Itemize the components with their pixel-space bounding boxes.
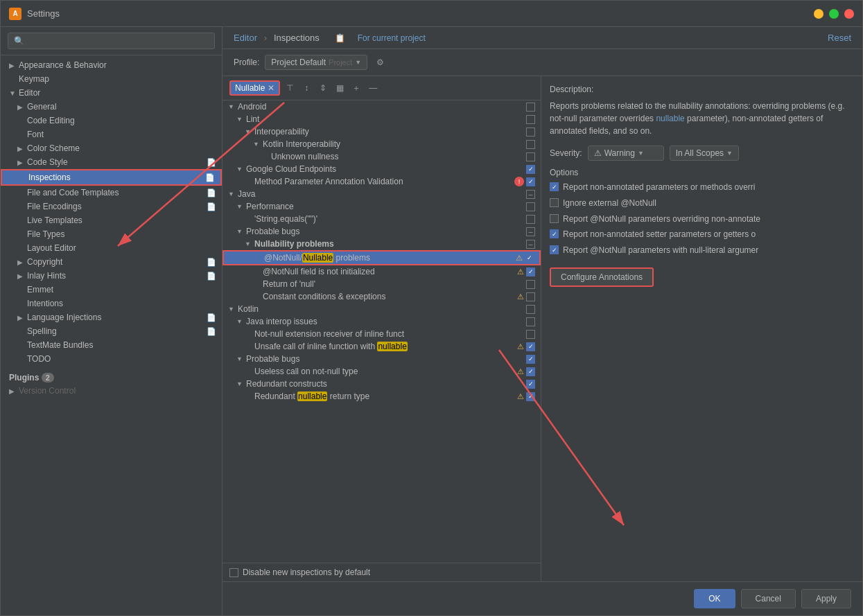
sidebar-item-editor[interactable]: ▼ Editor <box>1 86 222 100</box>
checkbox-java[interactable]: – <box>526 190 535 199</box>
checkbox-kotlin-interop[interactable] <box>526 140 535 149</box>
maximize-button[interactable] <box>829 9 839 19</box>
checkbox-redundant[interactable]: ✓ <box>526 380 535 389</box>
insp-item-const-cond[interactable]: Constant conditions & exceptions ⚠ <box>223 290 541 303</box>
for-project-link[interactable]: For current project <box>358 33 426 43</box>
opt5-checkbox[interactable]: ✓ <box>550 245 559 254</box>
profile-select[interactable]: Project Default Project ▼ <box>265 55 367 70</box>
checkbox-gce[interactable]: ✓ <box>526 165 535 174</box>
insp-item-kotlin-interop[interactable]: ▼ Kotlin Interoperability <box>223 138 541 150</box>
insp-item-not-null-ext[interactable]: Not-null extension receiver of inline fu… <box>223 328 541 340</box>
checkbox-interop[interactable] <box>526 127 535 137</box>
insp-item-method-param[interactable]: Method Parameter Annotation Validation !… <box>223 175 541 188</box>
checkbox-redundant-nullable[interactable]: ✓ <box>526 392 535 401</box>
reset-button[interactable]: Reset <box>828 33 851 43</box>
sidebar-item-textmate[interactable]: TextMate Bundles <box>1 338 222 352</box>
insp-item-interop[interactable]: ▼ Interoperability <box>223 125 541 138</box>
checkbox-string-equals[interactable] <box>526 215 535 224</box>
checkbox-method-param[interactable]: ✓ <box>526 177 535 186</box>
main-area: Editor › Inspections 📋 For current proje… <box>223 27 862 615</box>
collapse-all-icon[interactable]: ⇕ <box>316 81 330 95</box>
checkbox-kotlin[interactable] <box>526 305 535 314</box>
sidebar-item-color-scheme[interactable]: ▶ Color Scheme <box>1 141 222 155</box>
apply-button[interactable]: Apply <box>801 589 851 608</box>
checkbox-lint[interactable] <box>526 115 535 124</box>
insp-item-gce[interactable]: ▼ Google Cloud Endpoints ✓ <box>223 163 541 175</box>
opt3-checkbox[interactable] <box>550 214 559 223</box>
sidebar-item-file-types[interactable]: File Types <box>1 227 222 241</box>
close-button[interactable] <box>844 9 854 19</box>
checkbox-not-null-ext[interactable] <box>526 330 535 339</box>
checkbox-useless-call[interactable]: ✓ <box>526 367 535 376</box>
insp-item-kotlin[interactable]: ▼ Kotlin <box>223 303 541 315</box>
sidebar-item-code-style[interactable]: ▶ Code Style 📄 <box>1 155 222 169</box>
sidebar-item-keymap[interactable]: Keymap <box>1 72 222 86</box>
expand-all-icon[interactable]: ↕ <box>299 81 313 95</box>
sidebar-item-intentions[interactable]: Intentions <box>1 297 222 310</box>
severity-select[interactable]: ⚠ Warning ▼ <box>588 146 664 161</box>
disable-new-checkbox[interactable] <box>229 568 238 577</box>
checkbox-notnull[interactable]: ✓ <box>525 254 534 263</box>
sidebar-item-lang-injections[interactable]: ▶ Language Injections 📄 <box>1 310 222 324</box>
cancel-button[interactable]: Cancel <box>741 589 796 608</box>
sidebar-item-general[interactable]: ▶ General <box>1 100 222 114</box>
sidebar-item-layout-editor[interactable]: Layout Editor <box>1 241 222 255</box>
insp-item-lint[interactable]: ▼ Lint <box>223 113 541 125</box>
checkbox-kotlin-prob[interactable]: ✓ <box>526 355 535 364</box>
sidebar-item-file-templates[interactable]: File and Code Templates 📄 <box>1 186 222 200</box>
insp-item-nullability[interactable]: ▼ Nullability problems – <box>223 238 541 250</box>
sidebar-item-live-templates[interactable]: Live Templates <box>1 213 222 227</box>
checkbox-unknown-null[interactable] <box>526 152 535 161</box>
insp-item-probable-bugs[interactable]: ▼ Probable bugs – <box>223 225 541 238</box>
checkbox-const-cond[interactable] <box>526 292 535 301</box>
scope-select[interactable]: In All Scopes ▼ <box>670 146 739 161</box>
checkbox-notnull-init[interactable]: ✓ <box>526 267 535 276</box>
insp-item-java-interop[interactable]: ▼ Java interop issues <box>223 315 541 328</box>
checkbox-return-null[interactable] <box>526 280 535 289</box>
insp-item-redundant-nullable[interactable]: Redundant nullable return type ⚠ ✓ <box>223 390 541 403</box>
sidebar-item-code-editing[interactable]: Code Editing <box>1 114 222 127</box>
ok-button[interactable]: OK <box>694 589 735 608</box>
insp-item-android[interactable]: ▼ Android <box>223 100 541 113</box>
filter-icon[interactable]: ⊤ <box>283 81 297 95</box>
checkbox-perf[interactable] <box>526 202 535 211</box>
configure-annotations-button[interactable]: Configure Annotations <box>550 267 654 287</box>
sidebar-item-todo[interactable]: TODO <box>1 352 222 366</box>
opt1-checkbox[interactable]: ✓ <box>550 182 559 191</box>
sidebar-item-more[interactable]: ▶ Version Control <box>1 384 222 398</box>
group-icon[interactable]: ▦ <box>333 81 347 95</box>
sidebar-item-spelling[interactable]: Spelling 📄 <box>1 324 222 338</box>
search-tag-close[interactable]: ✕ <box>268 83 274 93</box>
checkbox-probable-bugs[interactable]: – <box>526 227 535 236</box>
opt2-checkbox[interactable] <box>550 198 559 207</box>
more-icon[interactable]: — <box>366 81 380 95</box>
sidebar-item-emmet[interactable]: Emmet <box>1 283 222 297</box>
sidebar-item-inlay-hints[interactable]: ▶ Inlay Hints 📄 <box>1 269 222 283</box>
insp-item-performance[interactable]: ▼ Performance <box>223 200 541 213</box>
sidebar-item-file-encodings[interactable]: File Encodings 📄 <box>1 200 222 213</box>
insp-item-java[interactable]: ▼ Java – <box>223 188 541 200</box>
sidebar-item-copyright[interactable]: ▶ Copyright 📄 <box>1 255 222 269</box>
insp-item-return-null[interactable]: Return of 'null' <box>223 278 541 290</box>
insp-item-string-equals[interactable]: 'String.equals("")' <box>223 213 541 225</box>
insp-item-redundant[interactable]: ▼ Redundant constructs ✓ <box>223 378 541 390</box>
checkbox-android[interactable] <box>526 103 535 112</box>
checkbox-unsafe-inline[interactable]: ✓ <box>526 342 535 351</box>
insp-item-notnull-nullable[interactable]: @NotNull/Nullable problems ⚠ ✓ <box>223 250 541 265</box>
checkbox-java-interop[interactable] <box>526 317 535 326</box>
opt4-checkbox[interactable]: ✓ <box>550 229 559 238</box>
add-icon[interactable]: ＋ <box>349 81 363 95</box>
checkbox-nullability[interactable]: – <box>526 240 535 249</box>
insp-item-kotlin-prob[interactable]: ▼ Probable bugs ✓ <box>223 353 541 365</box>
search-input[interactable] <box>8 33 215 49</box>
insp-item-useless-call[interactable]: Useless call on not-null type ⚠ ✓ <box>223 365 541 378</box>
minimize-button[interactable] <box>814 9 823 19</box>
breadcrumb-editor[interactable]: Editor <box>234 33 257 43</box>
sidebar-item-font[interactable]: Font <box>1 127 222 141</box>
insp-item-unsafe-inline[interactable]: Unsafe call of inline function with null… <box>223 340 541 353</box>
sidebar-item-appearance[interactable]: ▶ Appearance & Behavior <box>1 58 222 72</box>
sidebar-item-inspections[interactable]: Inspections 📄 <box>1 169 222 186</box>
insp-item-notnull-init[interactable]: @NotNull field is not initialized ⚠ ✓ <box>223 265 541 278</box>
insp-item-unknown-null[interactable]: Unknown nullness <box>223 150 541 163</box>
gear-icon[interactable]: ⚙ <box>373 55 387 69</box>
